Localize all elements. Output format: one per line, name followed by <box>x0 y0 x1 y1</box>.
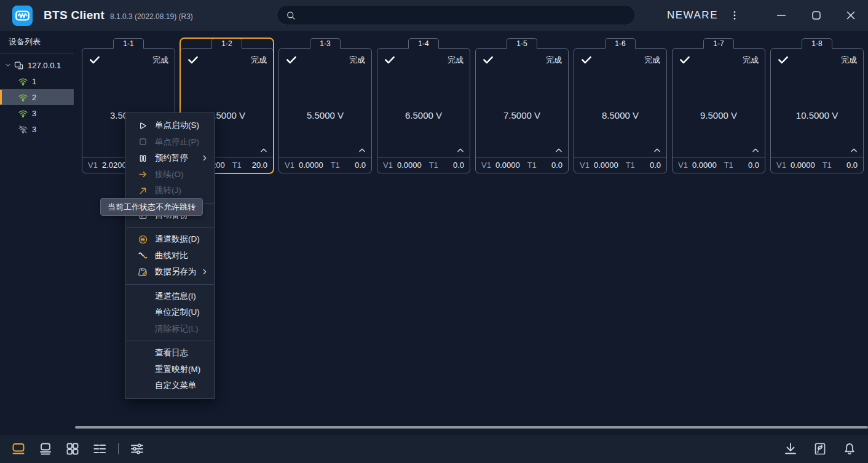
minimize-button[interactable] <box>771 6 791 25</box>
device-tree-item[interactable]: 1 <box>0 73 74 89</box>
channel-tab[interactable]: 1-7 <box>703 38 734 49</box>
channel-tab[interactable]: 1-8 <box>802 38 832 49</box>
horizontal-scrollbar[interactable] <box>75 426 868 429</box>
menu-item-label: 单位定制(U) <box>155 307 200 318</box>
check-icon[interactable] <box>187 53 199 66</box>
context-menu-item[interactable]: 自定义菜单 <box>125 378 215 394</box>
view-button[interactable] <box>37 440 54 457</box>
chevron-up-icon[interactable] <box>259 145 269 155</box>
check-icon[interactable] <box>482 53 494 66</box>
menu-item-label: 接续(O) <box>155 169 184 180</box>
v1-label: V1 <box>678 160 688 170</box>
channel-footer: V1 0.0000 T1 0.0 <box>574 157 666 173</box>
download-icon <box>783 441 798 456</box>
context-menu-item[interactable]: 接续(O) <box>125 167 215 183</box>
channel-tab[interactable]: 1-6 <box>605 38 636 49</box>
menu-item-label: 单点启动(S) <box>155 120 199 131</box>
context-menu-item[interactable]: 跳转(J) <box>125 183 215 199</box>
channel-card[interactable]: 1-6 完成 8.5000 V V1 0.0000 <box>574 38 667 173</box>
menu-item-label: 跳转(J) <box>155 185 181 196</box>
menu-item-label: 曲线对比 <box>155 250 188 261</box>
check-icon[interactable] <box>285 53 298 66</box>
tray-button[interactable] <box>782 440 799 457</box>
tray-button[interactable] <box>841 440 858 457</box>
context-menu-item[interactable]: 数据另存为 <box>125 264 215 280</box>
chevron-up-icon[interactable] <box>652 145 662 155</box>
channel-card[interactable]: 1-5 完成 7.5000 V V1 0.0000 <box>475 38 569 173</box>
channel-id: 1-8 <box>811 39 822 48</box>
chevron-up-icon[interactable] <box>751 145 760 155</box>
v1-value: 0.0000 <box>594 160 618 170</box>
channel-tab[interactable]: 1-3 <box>310 38 341 49</box>
chevron-up-icon[interactable] <box>357 145 367 155</box>
device-tree-item[interactable]: 2 <box>0 89 74 105</box>
t1-label: T1 <box>429 160 438 170</box>
channel-footer: V1 0.0000 T1 0.0 <box>673 157 765 173</box>
kebab-menu-icon[interactable] <box>727 6 743 25</box>
channel-card-header: 完成 <box>574 49 666 66</box>
channel-tab[interactable]: 1-1 <box>113 38 144 49</box>
channel-card-header: 完成 <box>673 49 765 66</box>
check-icon[interactable] <box>777 53 789 66</box>
v1-value: 0.0000 <box>397 160 422 170</box>
context-menu-item[interactable]: 清除标记(L) <box>125 321 215 338</box>
pause-icon <box>138 153 148 164</box>
close-button[interactable] <box>841 6 861 25</box>
context-menu-item[interactable]: 单点停止(P) <box>125 134 215 151</box>
status-label: 完成 <box>841 55 857 66</box>
v1-label: V1 <box>285 160 294 170</box>
context-menu-item[interactable]: 预约暂停 <box>125 150 215 167</box>
status-label: 完成 <box>644 55 660 66</box>
status-label: 完成 <box>448 55 464 66</box>
search-input[interactable] <box>296 10 635 20</box>
v1-label: V1 <box>383 160 393 170</box>
device-tree-item[interactable]: 3 <box>0 121 74 137</box>
check-icon[interactable] <box>89 53 101 66</box>
view-button[interactable] <box>64 440 81 457</box>
check-icon[interactable] <box>384 53 396 66</box>
t1-value: 20.0 <box>242 160 267 170</box>
context-menu-item[interactable]: 单点启动(S) <box>125 117 215 134</box>
filter-sliders-icon[interactable] <box>128 440 146 457</box>
device-tree-item[interactable]: 127.0.0.1 <box>0 57 74 73</box>
search-box[interactable] <box>277 5 636 25</box>
tray-button[interactable] <box>811 440 829 457</box>
channel-card-body: 完成 5.5000 V V1 0.0000 T1 0.0 <box>278 48 372 173</box>
channel-card-body: 完成 8.5000 V V1 0.0000 T1 0.0 <box>574 48 667 173</box>
view-button[interactable] <box>10 440 27 457</box>
menu-item-label: 单点停止(P) <box>155 137 199 148</box>
channel-tab[interactable]: 1-5 <box>507 38 537 49</box>
check-icon[interactable] <box>580 53 593 66</box>
channel-card[interactable]: 1-7 完成 9.5000 V V1 0.0000 <box>672 38 765 173</box>
device-tree-item[interactable]: 3 <box>0 105 74 121</box>
chevron-up-icon[interactable] <box>849 145 859 155</box>
channel-tab[interactable]: 1-2 <box>211 38 242 49</box>
context-menu-item[interactable]: 单位定制(U) <box>125 304 215 321</box>
v1-value: 0.0000 <box>692 160 717 170</box>
check-icon[interactable] <box>679 53 691 66</box>
search-icon <box>285 10 296 21</box>
channel-data-icon <box>138 234 148 245</box>
channel-tab[interactable]: 1-4 <box>408 38 439 49</box>
channel-card[interactable]: 1-4 完成 6.5000 V V1 0.0000 <box>377 38 470 173</box>
channel-card[interactable]: 1-3 完成 5.5000 V V1 0.0000 <box>278 38 372 173</box>
jump-tooltip: 当前工作状态不允许跳转 <box>100 198 203 216</box>
t1-value: 0.0 <box>832 160 858 170</box>
channel-card[interactable]: 1-8 完成 10.5000 V V1 0.0000 <box>770 38 864 173</box>
v1-value: 2.0200 <box>102 160 127 170</box>
t1-label: T1 <box>823 160 832 170</box>
context-menu-item[interactable]: 曲线对比 <box>125 248 215 264</box>
chevron-up-icon[interactable] <box>554 145 564 155</box>
device-tree-label: 1 <box>32 77 36 86</box>
chevron-down-icon[interactable] <box>4 61 12 69</box>
menu-item-label: 数据另存为 <box>155 266 197 277</box>
maximize-button[interactable] <box>807 6 826 25</box>
v1-label: V1 <box>481 160 491 170</box>
context-menu-item[interactable]: 通道信息(I) <box>125 288 215 305</box>
context-menu-item[interactable]: 通道数据(D) <box>125 231 215 248</box>
context-menu-item[interactable]: 查看日志 <box>125 345 215 362</box>
chevron-up-icon[interactable] <box>456 145 465 155</box>
view-button[interactable] <box>91 440 108 457</box>
context-menu-item[interactable]: 重置映射(M) <box>125 362 215 378</box>
channel-card-middle: 8.5000 V <box>574 66 666 157</box>
